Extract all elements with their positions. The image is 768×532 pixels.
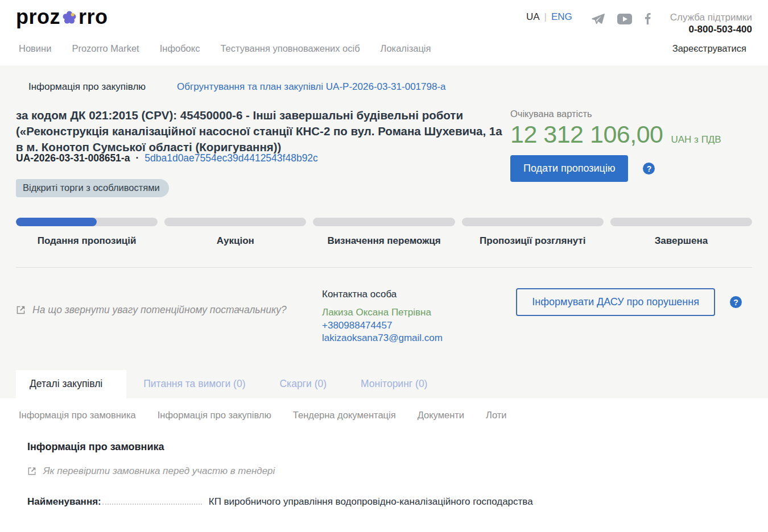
contact-person-name: Лакиза Оксана Петрівна <box>322 306 515 319</box>
subnav-purchase-info[interactable]: Інформація про закупівлю <box>158 410 271 421</box>
tender-id: UA-2026-03-31-008651-a <box>16 152 130 164</box>
tab-details[interactable]: Деталі закупівлі <box>16 370 126 398</box>
tab-questions[interactable]: Питання та вимоги (0) <box>126 370 262 398</box>
support-phone: 0-800-503-400 <box>670 23 752 35</box>
stage-segment-complete <box>610 218 752 226</box>
stage-label-complete: Завершена <box>610 235 752 247</box>
inform-dasu-button[interactable]: Інформувати ДАСУ про порушення <box>516 288 715 316</box>
nav-item-testing[interactable]: Тестування уповноважених осіб <box>220 43 360 54</box>
id-separator: · <box>135 152 139 164</box>
tender-tabs: Деталі закупівлі Питання та вимоги (0) С… <box>16 370 768 398</box>
subnav-tender-docs[interactable]: Тендерна документація <box>293 410 396 421</box>
dotted-leader <box>102 504 202 505</box>
contact-person-label: Контактна особа <box>322 288 515 301</box>
content-zone: Інформація про закупівлю Обгрунтування т… <box>0 65 768 398</box>
top-header: proz rro UA | ENG <box>0 0 768 35</box>
tab-complaints[interactable]: Скарги (0) <box>262 370 344 398</box>
contact-person-phone[interactable]: +380988474457 <box>322 319 515 332</box>
nav-item-market[interactable]: Prozorro Market <box>72 43 139 54</box>
nav-item-infobox[interactable]: Інфобокс <box>160 43 200 54</box>
header-right: UA | ENG Служба підтримки 0-800-503-400 <box>526 5 752 36</box>
flower-icon <box>61 9 78 27</box>
stage-label-winner: Визначення переможця <box>313 235 455 247</box>
telegram-icon[interactable] <box>592 13 605 24</box>
supplier-hint-text: На що звернути увагу потенційному постач… <box>32 304 287 316</box>
customer-info-heading: Інформація про замовника <box>27 441 768 453</box>
breadcrumb-plan-link[interactable]: Обгрунтування та план закупівлі UA-P-202… <box>177 81 445 93</box>
youtube-icon[interactable] <box>617 14 632 24</box>
language-switcher: UA | ENG <box>526 11 572 23</box>
supplier-hint-link[interactable]: На що звернути увагу потенційному постач… <box>16 304 312 316</box>
customer-check-link[interactable]: Як перевірити замовника перед участю в т… <box>27 466 768 477</box>
help-icon-submit[interactable]: ? <box>643 163 655 174</box>
expected-value-currency: UAH з ПДВ <box>671 134 721 146</box>
facebook-icon[interactable] <box>645 13 651 24</box>
breadcrumb: Інформація про закупівлю Обгрунтування т… <box>0 65 768 93</box>
tab-monitoring[interactable]: Моніторинг (0) <box>344 370 444 398</box>
subnav-customer-info[interactable]: Інформація про замовника <box>19 410 136 421</box>
stage-label-reviewed: Пропозиції розглянуті <box>462 235 604 247</box>
subnav-documents[interactable]: Документи <box>418 410 464 421</box>
details-subnav: Інформація про замовника Інформація про … <box>0 398 768 421</box>
tender-title: за кодом ДК 021:2015 (CPV): 45450000-6 -… <box>16 107 506 182</box>
expected-value-label: Очікувана вартість <box>510 109 752 119</box>
procedure-badge: Відкриті торги з особливостями <box>16 179 169 197</box>
dasu-block: Інформувати ДАСУ про порушення ? <box>516 288 752 316</box>
field-label-name: Найменування: <box>27 496 101 508</box>
lang-ua[interactable]: UA <box>526 11 540 23</box>
details-section: Інформація про замовника Інформація про … <box>0 398 768 510</box>
stage-segment-submission <box>16 218 158 226</box>
expected-value-box: Очікувана вартість 12 312 106,00 UAH з П… <box>510 107 752 182</box>
social-links <box>592 11 651 24</box>
nav-item-localization[interactable]: Локалізація <box>381 43 431 54</box>
stage-labels: Подання пропозицій Аукціон Визначення пе… <box>0 235 768 247</box>
tender-main-row: за кодом ДК 021:2015 (CPV): 45450000-6 -… <box>0 93 768 182</box>
help-icon-dasu[interactable]: ? <box>730 296 742 308</box>
expected-value-amount: 12 312 106,00 <box>510 120 663 148</box>
subnav-lots[interactable]: Лоти <box>486 410 506 421</box>
customer-name-field: Найменування: КП виробничого управління … <box>27 496 752 508</box>
logo-text-pre: proz <box>16 7 60 27</box>
customer-check-text: Як перевірити замовника перед участю в т… <box>43 466 275 477</box>
nav-item-news[interactable]: Новини <box>19 43 51 54</box>
logo-text-post: rro <box>79 7 108 27</box>
prozorro-logo[interactable]: proz rro <box>16 5 108 27</box>
breadcrumb-info-tab[interactable]: Інформація про закупівлю <box>28 81 146 93</box>
lang-separator: | <box>544 11 547 23</box>
support-block: Служба підтримки 0-800-503-400 <box>670 11 752 36</box>
tender-hash-link[interactable]: 5dba1d0ae7554ec39d4412543f48b92c <box>144 152 318 164</box>
external-link-icon <box>16 305 26 315</box>
support-label: Служба підтримки <box>670 11 752 23</box>
register-link[interactable]: Зареєструватися <box>672 43 746 54</box>
stage-progress-bar <box>0 218 768 226</box>
external-link-icon <box>27 467 36 476</box>
stage-segment-reviewed <box>462 218 604 226</box>
contact-row: На що звернути увагу потенційному постач… <box>0 268 768 345</box>
field-value-name: КП виробничого управління водопровідно-к… <box>209 496 533 508</box>
lang-eng[interactable]: ENG <box>551 11 572 23</box>
stage-label-submission: Подання пропозицій <box>16 235 158 247</box>
contact-person-email[interactable]: lakizaoksana73@gmail.com <box>322 332 515 344</box>
stage-segment-auction <box>164 218 306 226</box>
main-nav: Новини Prozorro Market Інфобокс Тестуван… <box>0 35 768 65</box>
stage-segment-winner <box>313 218 455 226</box>
submit-proposal-button[interactable]: Подати пропозицію <box>510 155 628 182</box>
contact-block: Контактна особа Лакиза Оксана Петрівна +… <box>322 288 515 345</box>
stage-fill <box>16 218 97 226</box>
stage-label-auction: Аукціон <box>164 235 306 247</box>
